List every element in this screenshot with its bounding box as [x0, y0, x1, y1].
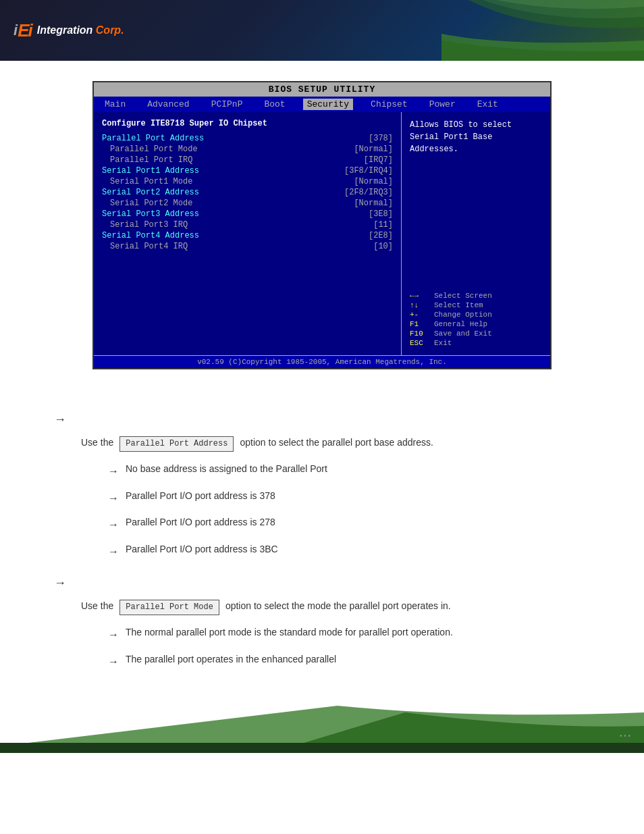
bios-label-serial1-addr: Serial Port1 Address	[102, 166, 199, 176]
arrow-icon-3: →	[108, 516, 119, 533]
bios-row-serial2-mode: Serial Port2 Mode [Normal]	[102, 199, 393, 208]
section2-item-1: → The normal parallel port mode is the s…	[108, 625, 603, 644]
section1-item-3: → Parallel Port I/O port address is 278	[108, 515, 603, 533]
bios-right-panel: Allows BIOS to select Serial Port1 Base …	[402, 112, 550, 355]
bios-label-serial1-mode: Serial Port1 Mode	[102, 177, 192, 186]
bios-row-serial2-addr: Serial Port2 Address [2F8/IRQ3]	[102, 188, 393, 197]
arrow-icon-4: →	[108, 543, 119, 561]
bios-value-serial3-irq: [11]	[373, 220, 393, 230]
bios-row-serial3-irq: Serial Port3 IRQ [11]	[102, 220, 393, 230]
bios-row-serial1-addr: Serial Port1 Address [3F8/IRQ4]	[102, 166, 393, 176]
section2-suffix-text: option to select the mode the parallel p…	[225, 598, 451, 613]
section1-option-name: Parallel Port Address	[119, 436, 234, 452]
bios-label-serial4-irq: Serial Port4 IRQ	[102, 242, 188, 251]
bios-key-item-label: Select Item	[434, 301, 483, 309]
arrow-icon-5: →	[108, 626, 119, 644]
bios-label-parallel-mode: Parallel Port Mode	[102, 145, 198, 154]
bios-row-parallel-mode: Parallel Port Mode [Normal]	[102, 145, 393, 154]
bios-keys-legend: ←→ Select Screen ↑↓ Select Item +- Chang…	[410, 292, 542, 348]
svg-rect-0	[0, 743, 644, 753]
bios-value-parallel-mode: [Normal]	[354, 145, 393, 154]
bios-menu-chipset[interactable]: Chipset	[367, 99, 412, 110]
bios-help-text: Allows BIOS to select Serial Port1 Base …	[410, 119, 542, 155]
bios-value-parallel-irq: [IRQ7]	[364, 155, 393, 165]
bios-menu-bar: Main Advanced PCIPnP Boot Security Chips…	[94, 97, 550, 112]
bios-value-serial4-irq: [10]	[373, 242, 393, 251]
header: i Ei Integration Corp.	[0, 0, 644, 61]
bios-row-serial1-mode: Serial Port1 Mode [Normal]	[102, 177, 393, 186]
section1-intro-arrow: →	[54, 410, 603, 429]
bios-key-updown: ↑↓	[410, 301, 429, 309]
bios-key-f10: F10 Save and Exit	[410, 330, 542, 338]
bios-label-parallel-irq: Parallel Port IRQ	[102, 155, 192, 165]
section1-item2-text: Parallel Port I/O port address is 378	[126, 488, 603, 503]
bios-label-serial3-irq: Serial Port3 IRQ	[102, 220, 188, 230]
logo-corp-orange: Corp.	[96, 24, 124, 36]
bios-label-serial4-addr: Serial Port4 Address	[102, 231, 199, 240]
section1-suffix-text: option to select the parallel port base …	[240, 435, 433, 450]
bios-key-exit-label: Exit	[434, 339, 452, 347]
bios-menu-advanced[interactable]: Advanced	[143, 99, 193, 110]
main-content: BIOS SETUP UTILITY Main Advanced PCIPnP …	[0, 61, 644, 403]
bios-key-esc-label: ESC	[410, 339, 429, 347]
bios-label-serial3-addr: Serial Port3 Address	[102, 209, 199, 219]
bios-menu-security[interactable]: Security	[303, 99, 353, 110]
bios-label-serial2-mode: Serial Port2 Mode	[102, 199, 192, 208]
bios-key-f1: F1 General Help	[410, 320, 542, 328]
bios-value-parallel-addr: [378]	[369, 134, 393, 143]
bios-key-screen: ←→ Select Screen	[410, 292, 542, 300]
section2-use-the-line: Use the Parallel Port Mode option to sel…	[81, 598, 603, 615]
doc-content: → Use the Parallel Port Address option t…	[0, 403, 644, 699]
bios-key-plusminus: +-	[410, 311, 429, 319]
bios-key-esc: ESC Exit	[410, 339, 542, 347]
section1-item-2: → Parallel Port I/O port address is 378	[108, 488, 603, 507]
bios-section-title: Configure ITE8718 Super IO Chipset	[102, 119, 393, 128]
section1-use-the-line: Use the Parallel Port Address option to …	[81, 435, 603, 452]
section2-intro-wrapper: →	[41, 573, 603, 593]
section2-item2-text: The parallel port operates in the enhanc…	[126, 652, 603, 667]
bios-key-arrows: ←→	[410, 292, 429, 300]
bios-screenshot: BIOS SETUP UTILITY Main Advanced PCIPnP …	[92, 81, 552, 369]
bios-key-f1-label: F1	[410, 320, 429, 328]
section2-use-the-text: Use the	[81, 598, 113, 613]
bios-key-item: ↑↓ Select Item	[410, 301, 542, 309]
bios-value-serial2-mode: [Normal]	[354, 199, 393, 208]
bios-value-serial2-addr: [2F8/IRQ3]	[344, 188, 393, 197]
section1-item4-text: Parallel Port I/O port address is 3BC	[126, 542, 603, 556]
bottom-dots: • • •	[620, 732, 630, 739]
arrow-icon-2: →	[108, 490, 119, 507]
bios-key-option: +- Change Option	[410, 311, 542, 319]
section1-item3-text: Parallel Port I/O port address is 278	[126, 515, 603, 529]
arrow-icon-6: →	[108, 653, 119, 671]
bios-menu-boot[interactable]: Boot	[260, 99, 289, 110]
bios-row-parallel-irq: Parallel Port IRQ [IRQ7]	[102, 155, 393, 165]
logo-area: i Ei Integration Corp.	[14, 20, 124, 41]
bios-key-help-label: General Help	[434, 320, 487, 328]
bios-key-save-label: Save and Exit	[434, 330, 492, 338]
bios-row-serial4-addr: Serial Port4 Address [2E8]	[102, 231, 393, 240]
section2-option-name: Parallel Port Mode	[119, 600, 219, 615]
bios-value-serial1-addr: [3F8/IRQ4]	[344, 166, 393, 176]
bios-menu-pcipnp[interactable]: PCIPnP	[207, 99, 247, 110]
bios-menu-exit[interactable]: Exit	[473, 99, 502, 110]
bios-title: BIOS SETUP UTILITY	[94, 82, 550, 97]
bios-footer: v02.59 (C)Copyright 1985-2005, American …	[94, 355, 550, 368]
bios-value-serial3-addr: [3E8]	[369, 209, 393, 219]
section1-item-4: → Parallel Port I/O port address is 3BC	[108, 542, 603, 561]
bios-menu-power[interactable]: Power	[425, 99, 460, 110]
arrow-icon-1: →	[108, 463, 119, 480]
logo-iei-letters: Ei	[18, 20, 32, 41]
logo-corp-text: Integration Corp.	[37, 24, 124, 36]
bios-row-serial4-irq: Serial Port4 IRQ [10]	[102, 242, 393, 251]
section1-use-the-text: Use the	[81, 435, 113, 450]
bios-key-option-label: Change Option	[434, 311, 492, 319]
section1-item-1: → No base address is assigned to the Par…	[108, 461, 603, 480]
bios-left-panel: Configure ITE8718 Super IO Chipset Paral…	[94, 112, 402, 355]
bios-label-parallel-addr: Parallel Port Address	[102, 134, 204, 143]
bios-key-screen-label: Select Screen	[434, 292, 492, 300]
header-decoration	[441, 0, 644, 61]
bios-body: Configure ITE8718 Super IO Chipset Paral…	[94, 112, 550, 355]
bios-menu-main[interactable]: Main	[101, 99, 130, 110]
bios-value-serial1-mode: [Normal]	[354, 177, 393, 186]
bios-key-f10-label: F10	[410, 330, 429, 338]
